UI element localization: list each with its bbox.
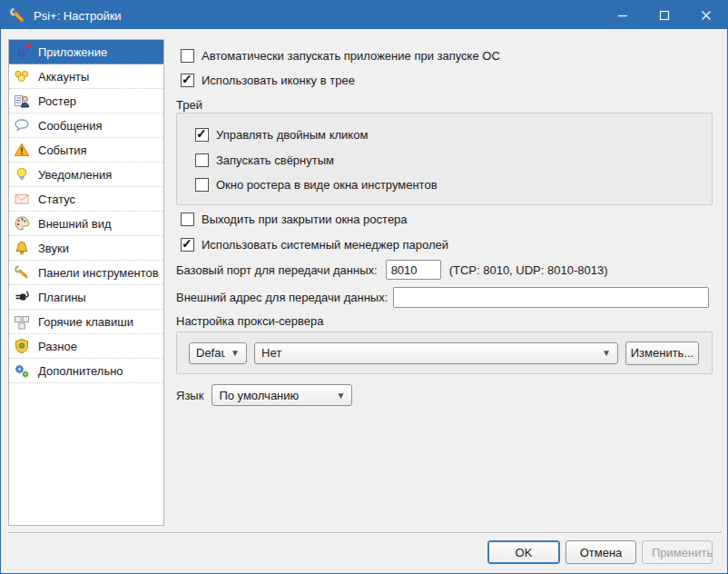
wrench-app-icon [9, 7, 25, 24]
accounts-icon [13, 68, 31, 84]
quit-on-close-label: Выходить при закрытии окна ростера [202, 213, 408, 226]
password-manager-checkbox-row[interactable]: Использовать системный менеджер паролей [176, 237, 448, 252]
tray-groupbox: Управлять двойным кликом Запускать свёрн… [176, 113, 713, 205]
sidebar-item-notifications[interactable]: Уведомления [9, 163, 163, 187]
sidebar-item-roster[interactable]: Ростер [9, 89, 163, 114]
sidebar-item-shortcuts[interactable]: Горячие клавиши [9, 310, 163, 334]
sidebar-item-toolbars[interactable]: Панели инструментов [9, 261, 163, 285]
sidebar-item-status[interactable]: Статус [9, 187, 163, 212]
sidebar-item-misc[interactable]: Разное [9, 334, 163, 359]
autostart-checkbox[interactable] [181, 49, 194, 63]
apply-button[interactable]: Применить [642, 540, 713, 564]
plug-icon [13, 289, 31, 305]
proxy-groupbox: Default ▼ Нет ▼ Изменить... [176, 332, 713, 374]
language-row: Язык По умолчанию ▼ [176, 384, 352, 406]
tool-window-checkbox-row[interactable]: Окно ростера в виде окна инструментов [191, 177, 438, 192]
external-address-label: Внешний адрес для передачи данных: [176, 291, 388, 304]
envelope-icon [13, 191, 31, 207]
psi-icon: ψ [13, 44, 31, 60]
maximize-button[interactable] [644, 1, 685, 30]
shield-icon [13, 338, 31, 354]
password-manager-label: Использовать системный менеджер паролей [202, 238, 448, 252]
settings-category-list: ψ Приложение Аккаунты [8, 39, 164, 526]
language-select[interactable]: По умолчанию ▼ [212, 384, 352, 406]
quit-on-close-checkbox[interactable] [181, 213, 194, 226]
port-note: (TCP: 8010, UDP: 8010-8013) [449, 263, 608, 277]
chevron-down-icon: ▼ [336, 391, 345, 401]
language-label: Язык [176, 389, 203, 402]
external-address-row: Внешний адрес для передачи данных: [176, 287, 709, 308]
footer-buttons: OK Отмена Применить [487, 540, 713, 564]
proxy-profile-select[interactable]: Default ▼ [189, 342, 247, 364]
proxy-select[interactable]: Нет ▼ [254, 342, 618, 364]
external-address-input[interactable] [393, 287, 709, 308]
tray-icon-checkbox[interactable] [181, 74, 194, 87]
palette-icon [13, 215, 31, 232]
keyboard-keys-icon [13, 313, 31, 330]
sidebar-item-application[interactable]: ψ Приложение [9, 40, 163, 64]
port-input[interactable] [386, 260, 441, 280]
minimize-button[interactable] [602, 1, 644, 30]
double-click-checkbox[interactable] [195, 128, 209, 142]
start-minimized-checkbox[interactable] [195, 153, 209, 167]
tray-icon-label: Использовать иконку в трее [202, 74, 355, 87]
autostart-checkbox-row[interactable]: Автоматически запускать приложение при з… [176, 48, 500, 63]
sidebar-item-messages[interactable]: Сообщения [9, 114, 163, 138]
proxy-group-title: Настройка прокси-сервера [176, 314, 323, 328]
tool-window-label: Окно ростера в виде окна инструментов [216, 178, 438, 192]
roster-icon [13, 93, 31, 109]
message-bubble-icon [13, 117, 31, 134]
window-title: Psi+: Настройки [34, 9, 602, 23]
dialog-body: ψ Приложение Аккаунты [1, 29, 727, 573]
wrench-icon [13, 264, 31, 281]
sidebar-item-advanced[interactable]: Дополнительно [9, 359, 163, 383]
titlebar[interactable]: Psi+: Настройки [1, 1, 727, 30]
gears-icon [13, 362, 31, 379]
footer-separator [8, 532, 722, 534]
warning-triangle-icon [13, 142, 31, 158]
chevron-down-icon: ▼ [231, 348, 240, 358]
application-settings-panel: Автоматически запускать приложение при з… [176, 29, 713, 573]
sidebar-item-accounts[interactable]: Аккаунты [9, 64, 163, 89]
tray-icon-checkbox-row[interactable]: Использовать иконку в трее [176, 73, 355, 87]
ok-button[interactable]: OK [487, 540, 560, 564]
tray-group-title: Трей [176, 98, 202, 112]
quit-on-close-checkbox-row[interactable]: Выходить при закрытии окна ростера [176, 212, 408, 226]
cancel-button[interactable]: Отмена [566, 540, 636, 564]
double-click-checkbox-row[interactable]: Управлять двойным кликом [191, 127, 368, 142]
proxy-edit-button[interactable]: Изменить... [625, 341, 699, 365]
close-button[interactable] [685, 1, 727, 30]
chevron-down-icon: ▼ [602, 348, 611, 358]
tool-window-checkbox[interactable] [195, 178, 209, 192]
autostart-label: Автоматически запускать приложение при з… [202, 49, 500, 63]
lightbulb-icon [13, 166, 31, 183]
password-manager-checkbox[interactable] [181, 238, 194, 252]
sidebar-item-events[interactable]: События [9, 138, 163, 163]
settings-window: Psi+: Настройки ψ Приложение [0, 0, 728, 574]
sidebar-item-plugins[interactable]: Плагины [9, 285, 163, 310]
port-label: Базовый порт для передачи данных: [176, 263, 378, 277]
sidebar-item-appearance[interactable]: Внешний вид [9, 212, 163, 236]
start-minimized-checkbox-row[interactable]: Запускать свёрнутым [191, 153, 334, 167]
start-minimized-label: Запускать свёрнутым [216, 153, 334, 167]
port-row: Базовый порт для передачи данных: (TCP: … [176, 259, 608, 281]
bell-icon [13, 240, 31, 256]
double-click-label: Управлять двойным кликом [216, 128, 368, 142]
sidebar-item-sounds[interactable]: Звуки [9, 236, 163, 261]
